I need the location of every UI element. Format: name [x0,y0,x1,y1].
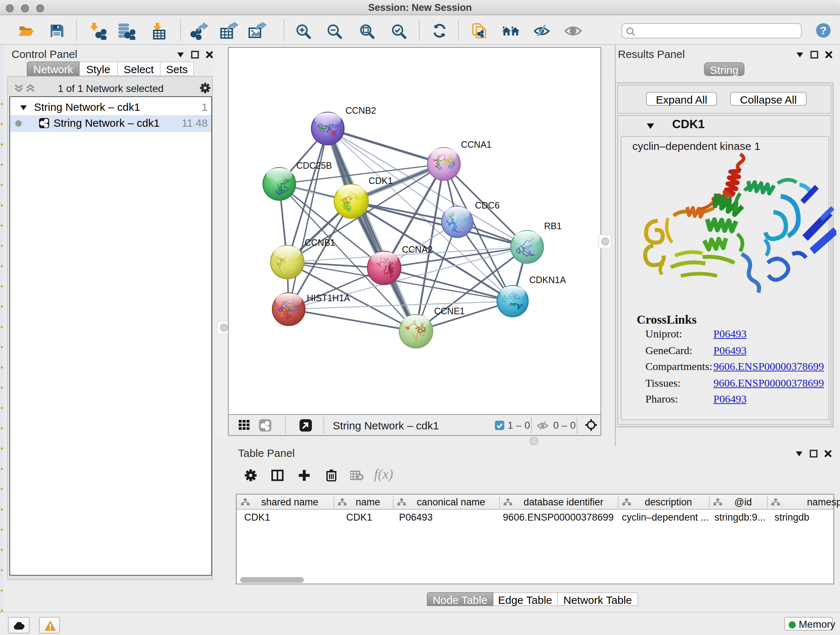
svg-text:CCNA2: CCNA2 [401,244,432,254]
svg-text:CDC25B: CDC25B [296,160,332,170]
svg-text:CCNB2: CCNB2 [345,105,376,115]
svg-text:RB1: RB1 [544,220,561,231]
svg-text:CDKN1A: CDKN1A [529,274,566,285]
svg-text:CCNA1: CCNA1 [461,139,491,149]
svg-text:CDK1: CDK1 [368,175,393,185]
svg-text:CCNB1: CCNB1 [304,237,335,247]
svg-text:CDC6: CDC6 [475,200,499,210]
svg-text:CCNE1: CCNE1 [434,306,464,316]
svg-text:HIST1H1A: HIST1H1A [306,293,350,302]
